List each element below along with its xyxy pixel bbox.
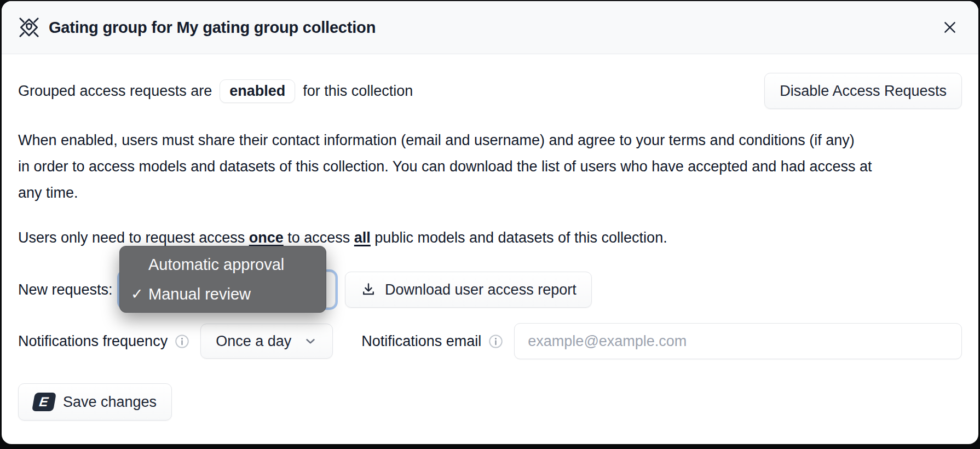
option-label: Manual review bbox=[148, 285, 251, 303]
frequency-select[interactable]: Once a day bbox=[200, 324, 333, 359]
info-icon bbox=[488, 334, 503, 349]
dropdown-option-manual-review[interactable]: ✓ Manual review bbox=[120, 279, 326, 309]
notifications-email-label: Notifications email bbox=[361, 333, 481, 350]
dropdown-option-automatic-approval[interactable]: Automatic approval bbox=[120, 250, 326, 279]
note-emphasis-all: all bbox=[354, 229, 371, 246]
description-paragraph: When enabled, users must share their con… bbox=[18, 127, 962, 206]
enterprise-letter: E bbox=[39, 394, 50, 410]
note-paragraph: Users only need to request access once t… bbox=[18, 229, 962, 246]
description-line: any time. bbox=[18, 180, 962, 206]
download-report-button[interactable]: Download user access report bbox=[345, 272, 592, 308]
status-prefix: Grouped access requests are bbox=[18, 83, 212, 100]
download-icon bbox=[360, 281, 377, 298]
close-icon bbox=[941, 19, 959, 36]
option-label: Automatic approval bbox=[148, 256, 284, 274]
disable-access-requests-button[interactable]: Disable Access Requests bbox=[764, 73, 962, 109]
new-requests-dropdown-menu: Automatic approval ✓ Manual review bbox=[119, 246, 326, 313]
dialog-header: Gating group for My gating group collect… bbox=[2, 1, 978, 54]
note-text: to access bbox=[284, 229, 354, 246]
note-text: Users only need to request access bbox=[18, 229, 249, 246]
note-text: public models and datasets of this colle… bbox=[371, 229, 667, 246]
frequency-value: Once a day bbox=[216, 333, 291, 350]
description-line: When enabled, users must share their con… bbox=[18, 127, 962, 153]
close-button[interactable] bbox=[938, 15, 962, 39]
dialog-body: Grouped access requests are enabled for … bbox=[2, 73, 978, 421]
download-report-label: Download user access report bbox=[385, 281, 577, 298]
save-row: E Save changes bbox=[18, 383, 962, 421]
notifications-frequency-label: Notifications frequency bbox=[18, 333, 168, 350]
notifications-email-input[interactable] bbox=[514, 323, 962, 359]
notifications-row: Notifications frequency Once a day Notif… bbox=[18, 323, 962, 359]
enterprise-badge-icon: E bbox=[32, 393, 56, 411]
new-requests-row: New requests: Download user access repor… bbox=[18, 272, 962, 308]
info-icon bbox=[175, 334, 189, 349]
dialog-title: Gating group for My gating group collect… bbox=[49, 19, 376, 37]
enabled-badge: enabled bbox=[220, 79, 295, 103]
chevron-down-icon bbox=[303, 334, 318, 348]
save-changes-button[interactable]: E Save changes bbox=[18, 383, 172, 421]
status-suffix: for this collection bbox=[303, 83, 413, 100]
save-changes-label: Save changes bbox=[63, 394, 157, 411]
check-icon: ✓ bbox=[131, 285, 143, 303]
description-line: in order to access models and datasets o… bbox=[18, 153, 962, 180]
new-requests-label: New requests: bbox=[18, 281, 113, 298]
status-text: Grouped access requests are enabled for … bbox=[18, 79, 413, 103]
gating-group-dialog: Gating group for My gating group collect… bbox=[2, 1, 978, 444]
status-row: Grouped access requests are enabled for … bbox=[18, 73, 962, 109]
gating-shield-icon bbox=[18, 16, 40, 38]
note-emphasis-once: once bbox=[249, 229, 284, 246]
dialog-title-wrap: Gating group for My gating group collect… bbox=[18, 16, 376, 38]
